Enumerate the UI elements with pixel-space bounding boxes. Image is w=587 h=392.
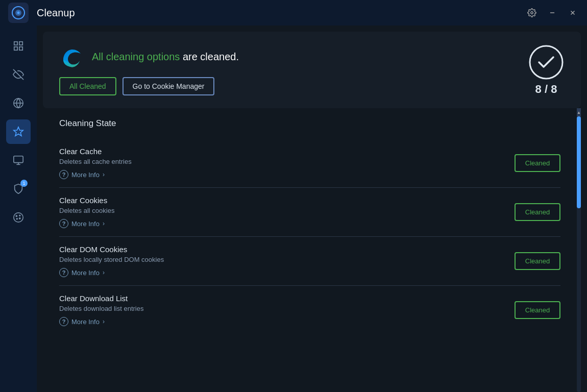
- info-icon-cookies: ?: [59, 219, 68, 228]
- sidebar-item-monitor[interactable]: [6, 148, 31, 173]
- more-info-label-cookies: More Info: [71, 220, 100, 228]
- section-title: Cleaning State: [59, 118, 560, 129]
- info-icon-dom-cookies: ?: [59, 268, 68, 277]
- logo-message-row: All cleaning options are cleaned.: [59, 44, 528, 69]
- sidebar-item-dashboard[interactable]: [6, 34, 31, 58]
- chevron-right-icon-download-list: ›: [103, 318, 105, 325]
- clean-item-name-dom-cookies: Clear DOM Cookies: [59, 245, 515, 254]
- scroll-wrapper: Cleaning State Clear Cache Deletes all c…: [43, 108, 581, 392]
- clean-item-dom-cookies: Clear DOM Cookies Deletes locally stored…: [59, 237, 560, 286]
- svg-rect-7: [14, 42, 17, 45]
- more-info-label-dom-cookies: More Info: [71, 269, 100, 277]
- message-white: are cleaned.: [183, 51, 239, 62]
- svg-rect-15: [14, 156, 23, 163]
- cookie-manager-button[interactable]: Go to Cookie Manager: [123, 77, 215, 95]
- chevron-right-icon-cache: ›: [103, 171, 105, 178]
- more-info-label-cache: More Info: [71, 171, 100, 179]
- top-panel: All cleaning options are cleaned. All Cl…: [43, 32, 581, 108]
- clean-item-left-download-list: Clear Download List Deletes download lis…: [59, 294, 515, 326]
- sidebar-item-web[interactable]: [6, 91, 31, 115]
- sidebar: 1: [0, 26, 37, 392]
- content-area: All cleaning options are cleaned. All Cl…: [37, 26, 587, 392]
- svg-point-20: [19, 215, 20, 216]
- clean-item-cookies: Clear Cookies Deletes all cookies ? More…: [59, 188, 560, 237]
- sidebar-item-cleanup[interactable]: [6, 119, 31, 144]
- svg-marker-14: [14, 127, 23, 136]
- shield-badge: 1: [20, 180, 28, 187]
- message-green: All cleaning options: [92, 51, 180, 62]
- clean-item-name-download-list: Clear Download List: [59, 294, 515, 303]
- cleaning-message: All cleaning options are cleaned.: [92, 51, 239, 63]
- svg-rect-8: [19, 42, 22, 45]
- scrollbar[interactable]: ▲: [577, 108, 581, 392]
- svg-point-18: [14, 213, 23, 222]
- cleaned-button-cache: Cleaned: [515, 154, 560, 172]
- clean-item-desc-cookies: Deletes all cookies: [59, 207, 515, 214]
- clean-item-cache: Clear Cache Deletes all cache entries ? …: [59, 139, 560, 188]
- titlebar: Cleanup: [0, 0, 587, 26]
- clean-item-desc-dom-cookies: Deletes locally stored DOM cookies: [59, 256, 515, 263]
- info-icon-download-list: ?: [59, 317, 68, 326]
- chevron-right-icon-cookies: ›: [103, 220, 105, 227]
- minimize-button[interactable]: [546, 7, 558, 19]
- edge-logo: [59, 44, 84, 69]
- cleaned-button-cookies: Cleaned: [515, 203, 560, 221]
- cleaned-button-dom-cookies: Cleaned: [515, 252, 560, 270]
- cleaning-state-panel: Cleaning State Clear Cache Deletes all c…: [43, 108, 577, 392]
- svg-point-19: [16, 215, 17, 216]
- window-controls: [526, 7, 579, 19]
- close-button[interactable]: [567, 7, 579, 19]
- clean-item-desc-cache: Deletes all cache entries: [59, 158, 515, 165]
- svg-point-3: [531, 12, 533, 14]
- svg-point-21: [16, 218, 17, 219]
- scrollbar-up-arrow[interactable]: ▲: [577, 108, 581, 116]
- more-info-link-cache[interactable]: ? More Info ›: [59, 170, 105, 179]
- svg-point-22: [19, 218, 20, 219]
- page-title: Cleanup: [37, 7, 526, 19]
- svg-rect-9: [14, 47, 17, 50]
- clean-item-download-list: Clear Download List Deletes download lis…: [59, 286, 560, 334]
- more-info-label-download-list: More Info: [71, 318, 100, 326]
- svg-point-2: [17, 12, 20, 14]
- top-panel-right: 8 / 8: [528, 44, 565, 96]
- check-circle-icon: [528, 44, 565, 81]
- svg-point-23: [530, 46, 562, 79]
- more-info-link-dom-cookies[interactable]: ? More Info ›: [59, 268, 105, 277]
- svg-rect-10: [19, 47, 22, 50]
- clean-item-name-cache: Clear Cache: [59, 147, 515, 156]
- top-panel-buttons: All Cleaned Go to Cookie Manager: [59, 77, 528, 95]
- top-panel-left: All cleaning options are cleaned. All Cl…: [59, 44, 528, 95]
- sidebar-item-privacy[interactable]: [6, 62, 31, 87]
- scrollbar-thumb[interactable]: [577, 116, 581, 208]
- clean-item-name-cookies: Clear Cookies: [59, 196, 515, 205]
- chevron-right-icon-dom-cookies: ›: [103, 269, 105, 276]
- sidebar-item-shield[interactable]: 1: [6, 177, 31, 201]
- clean-item-desc-download-list: Deletes download list entries: [59, 305, 515, 312]
- more-info-link-download-list[interactable]: ? More Info ›: [59, 317, 105, 326]
- info-icon-cache: ?: [59, 170, 68, 179]
- main-layout: 1: [0, 26, 587, 392]
- all-cleaned-button[interactable]: All Cleaned: [59, 77, 116, 95]
- clean-item-left-cookies: Clear Cookies Deletes all cookies ? More…: [59, 196, 515, 228]
- settings-button[interactable]: [526, 7, 538, 19]
- more-info-link-cookies[interactable]: ? More Info ›: [59, 219, 105, 228]
- clean-item-left-cache: Clear Cache Deletes all cache entries ? …: [59, 147, 515, 179]
- app-logo: [8, 3, 29, 23]
- sidebar-item-cookies[interactable]: [6, 205, 31, 230]
- clean-item-left-dom-cookies: Clear DOM Cookies Deletes locally stored…: [59, 245, 515, 277]
- score-display: 8 / 8: [535, 83, 557, 96]
- cleaned-button-download-list: Cleaned: [515, 301, 560, 319]
